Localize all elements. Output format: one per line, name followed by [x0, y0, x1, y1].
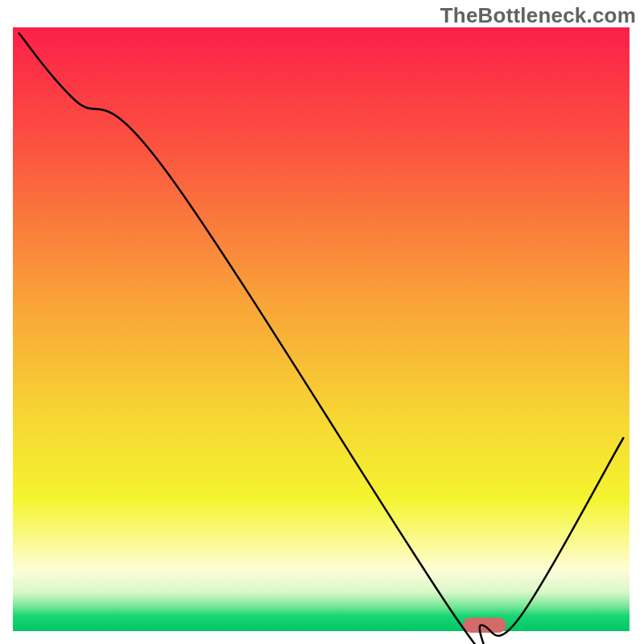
chart-stage: TheBottleneck.com: [0, 0, 644, 644]
plot-background: [13, 27, 630, 631]
bottleneck-chart: [0, 0, 644, 644]
watermark-label: TheBottleneck.com: [440, 3, 636, 28]
